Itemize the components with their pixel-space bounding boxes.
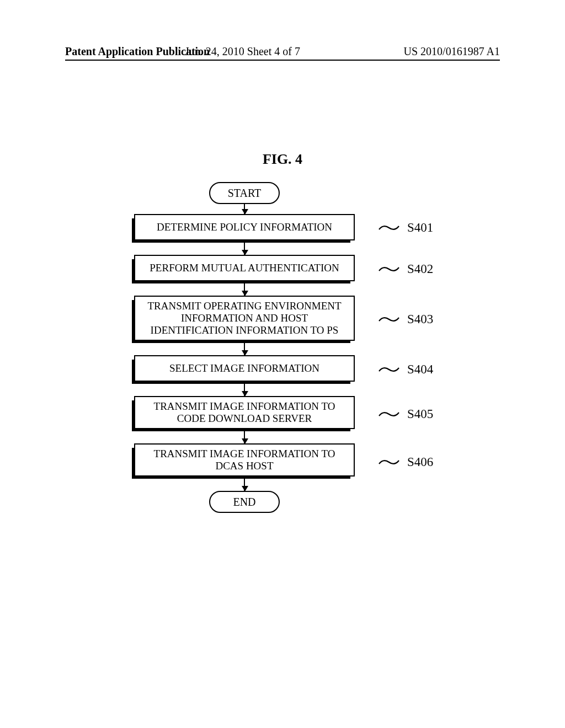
step-text: DETERMINE POLICY INFORMATION: [157, 221, 332, 233]
header-right: US 2010/0161987 A1: [404, 45, 500, 58]
step-text: PERFORM MUTUAL AUTHENTICATION: [150, 262, 339, 274]
header-mid: Jun. 24, 2010 Sheet 4 of 7: [185, 45, 300, 58]
connector-tilde-icon: [379, 264, 399, 274]
step-shadow: [132, 381, 350, 384]
label-s402: S402: [379, 262, 433, 276]
step-shadow: [132, 429, 350, 431]
step-shadow: [132, 448, 135, 479]
connector: [244, 281, 245, 296]
header-rule: [65, 60, 500, 61]
connector: [244, 341, 245, 355]
step-shadow: [132, 400, 135, 431]
connector: [244, 429, 245, 443]
step-s406: TRANSMIT IMAGE INFORMATION TO DCAS HOST: [134, 443, 355, 477]
step-s402: PERFORM MUTUAL AUTHENTICATION: [134, 255, 355, 281]
step-s404: SELECT IMAGE INFORMATION: [134, 355, 355, 382]
step-shadow: [132, 240, 350, 243]
step-s403: TRANSMIT OPERATING ENVIRONMENT INFORMATI…: [134, 296, 355, 341]
step-text: TRANSMIT IMAGE INFORMATION TO DCAS HOST: [141, 448, 348, 472]
connector-tilde-icon: [379, 457, 399, 467]
step-shadow: [132, 340, 350, 343]
step-id: S405: [407, 407, 433, 421]
step-text: TRANSMIT IMAGE INFORMATION TO CODE DOWNL…: [141, 400, 348, 425]
step-shadow: [132, 281, 350, 283]
step-s405: TRANSMIT IMAGE INFORMATION TO CODE DOWNL…: [134, 396, 355, 429]
step-s401: DETERMINE POLICY INFORMATION: [134, 214, 355, 240]
step-shadow: [132, 259, 135, 283]
label-s401: S401: [379, 221, 433, 235]
label-s405: S405: [379, 407, 433, 421]
connector: [244, 240, 245, 255]
step-text: SELECT IMAGE INFORMATION: [169, 362, 319, 374]
flowchart: START DETERMINE POLICY INFORMATION PERFO…: [115, 182, 374, 513]
label-s403: S403: [379, 312, 433, 326]
terminal-start-label: START: [228, 187, 262, 200]
label-s404: S404: [379, 362, 433, 377]
connector-tilde-icon: [379, 223, 399, 233]
terminal-end-label: END: [233, 496, 255, 508]
connector: [244, 204, 245, 214]
page: Patent Application Publication Jun. 24, …: [0, 0, 565, 728]
terminal-end: END: [209, 491, 280, 513]
connector: [244, 477, 245, 491]
step-id: S404: [407, 362, 433, 377]
connector-tilde-icon: [379, 409, 399, 419]
step-shadow: [132, 476, 350, 479]
step-shadow: [132, 218, 135, 243]
step-id: S401: [407, 221, 433, 235]
connector: [244, 382, 245, 396]
terminal-start: START: [209, 182, 280, 204]
step-shadow: [132, 300, 135, 343]
step-id: S402: [407, 262, 433, 276]
label-s406: S406: [379, 455, 433, 469]
step-id: S406: [407, 455, 433, 469]
step-shadow: [132, 360, 135, 384]
step-text: TRANSMIT OPERATING ENVIRONMENT INFORMATI…: [141, 300, 348, 336]
step-id: S403: [407, 312, 433, 326]
figure-title: FIG. 4: [0, 151, 565, 168]
connector-tilde-icon: [379, 314, 399, 324]
connector-tilde-icon: [379, 365, 399, 374]
